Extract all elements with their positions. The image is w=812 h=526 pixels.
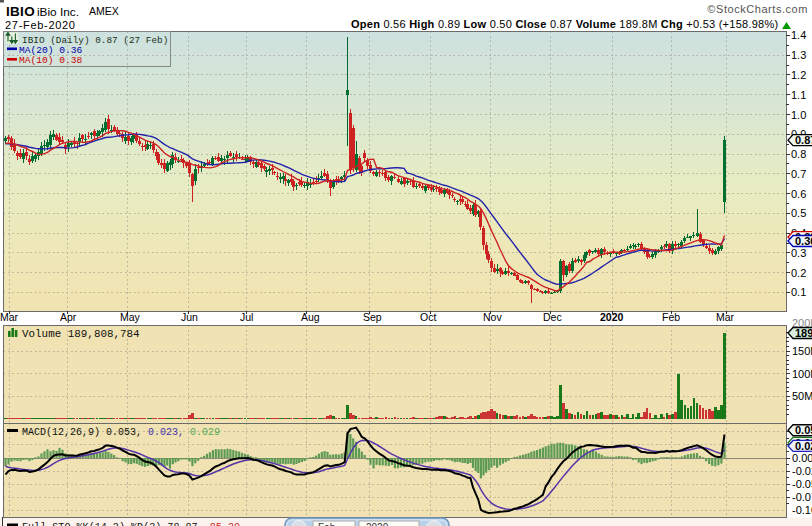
svg-text:Mar: Mar xyxy=(716,311,735,323)
svg-text:1.1: 1.1 xyxy=(791,89,806,101)
svg-text:0.5: 0.5 xyxy=(791,207,806,219)
svg-text:-0.050: -0.050 xyxy=(792,478,812,490)
svg-text:0.7: 0.7 xyxy=(791,168,806,180)
svg-text:1.3: 1.3 xyxy=(791,49,806,61)
svg-text:0.3: 0.3 xyxy=(791,247,806,259)
svg-text:0.000: 0.000 xyxy=(792,452,812,464)
svg-text:0.87: 0.87 xyxy=(795,134,812,146)
svg-text:27-Feb-2020: 27-Feb-2020 xyxy=(5,19,76,31)
svg-text:189.8M: 189.8M xyxy=(795,327,812,339)
svg-text:iBio Inc.: iBio Inc. xyxy=(37,5,79,19)
svg-text:Dec: Dec xyxy=(543,311,562,323)
svg-text:2020: 2020 xyxy=(366,522,389,526)
svg-text:Nov: Nov xyxy=(483,311,502,323)
svg-text:Open 0.56 High 0.89 Low 0.50: Open 0.56 High 0.89 Low 0.50 Close 0.87 … xyxy=(351,18,778,30)
svg-text:0.1: 0.1 xyxy=(791,286,806,298)
svg-text:2020: 2020 xyxy=(600,311,624,323)
svg-text:Oct: Oct xyxy=(420,311,436,323)
svg-text:MA(10) 0.38: MA(10) 0.38 xyxy=(19,55,83,66)
svg-text:Apr: Apr xyxy=(60,311,77,323)
svg-text:1.0: 1.0 xyxy=(791,109,806,121)
svg-text:Sep: Sep xyxy=(363,311,382,323)
svg-text:Jul: Jul xyxy=(240,311,253,323)
svg-text:0.6: 0.6 xyxy=(791,188,806,200)
svg-text:50M: 50M xyxy=(792,390,812,402)
svg-text:Feb: Feb xyxy=(318,522,336,526)
svg-text:MACD(12,26,9) 0.053, 0.023, 0.: MACD(12,26,9) 0.053, 0.023, 0.029 xyxy=(22,427,220,438)
svg-text:1.4: 1.4 xyxy=(791,29,806,41)
svg-text:0.2: 0.2 xyxy=(791,267,806,279)
svg-text:-0.100: -0.100 xyxy=(792,504,812,516)
svg-text:Volume 189,808,784: Volume 189,808,784 xyxy=(22,328,140,340)
svg-text:AMEX: AMEX xyxy=(89,5,119,17)
svg-text:0.36: 0.36 xyxy=(795,235,812,247)
svg-text:Mar: Mar xyxy=(0,311,19,323)
svg-text:IBIO: IBIO xyxy=(6,4,35,19)
svg-text:0.023: 0.023 xyxy=(795,440,812,452)
svg-text:©StockCharts.com: ©StockCharts.com xyxy=(707,3,808,15)
svg-text:1.2: 1.2 xyxy=(791,69,806,81)
svg-text:-0.025: -0.025 xyxy=(792,465,812,477)
svg-text:150M: 150M xyxy=(792,345,812,357)
svg-text:Feb: Feb xyxy=(662,311,680,323)
svg-text:Full STO %K(14,3) %D(3) 78.87,: Full STO %K(14,3) %D(3) 78.87, 85.30 xyxy=(22,522,240,526)
svg-text:-0.075: -0.075 xyxy=(792,491,812,503)
svg-text:Jun: Jun xyxy=(181,311,198,323)
svg-text:0.05: 0.05 xyxy=(795,424,812,436)
svg-text:May: May xyxy=(120,311,141,323)
svg-text:0.8: 0.8 xyxy=(791,148,806,160)
svg-text:100M: 100M xyxy=(792,368,812,380)
svg-text:Aug: Aug xyxy=(301,311,320,323)
